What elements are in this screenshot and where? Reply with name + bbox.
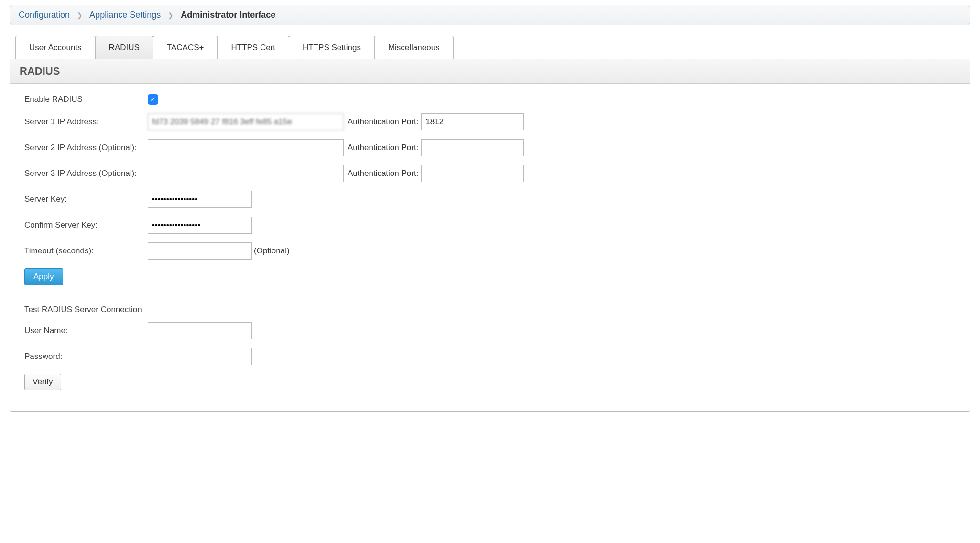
auth-port3-label: Authentication Port:: [348, 169, 418, 178]
breadcrumb-current: Administrator Interface: [181, 10, 275, 20]
server2-ip-input[interactable]: [148, 139, 344, 156]
tab-tacacs[interactable]: TACACS+: [153, 36, 218, 59]
tab-https-cert[interactable]: HTTPS Cert: [217, 36, 289, 59]
tab-bar: User Accounts RADIUS TACACS+ HTTPS Cert …: [15, 36, 970, 59]
auth-port2-label: Authentication Port:: [348, 143, 418, 152]
server1-ip-input[interactable]: [148, 113, 344, 130]
chevron-right-icon: ❯: [168, 11, 174, 19]
breadcrumb-link-configuration[interactable]: Configuration: [19, 10, 70, 20]
server3-ip-input[interactable]: [148, 165, 344, 182]
chevron-right-icon: ❯: [77, 11, 83, 19]
breadcrumb: Configuration ❯ Appliance Settings ❯ Adm…: [10, 5, 970, 25]
server1-label: Server 1 IP Address:: [24, 117, 148, 127]
enable-radius-checkbox[interactable]: ✓: [148, 94, 158, 105]
tab-user-accounts[interactable]: User Accounts: [15, 36, 96, 59]
breadcrumb-link-appliance-settings[interactable]: Appliance Settings: [89, 10, 161, 20]
timeout-label: Timeout (seconds):: [24, 246, 148, 256]
panel-radius: RADIUS Enable RADIUS ✓ Server 1 IP Addre…: [10, 59, 970, 412]
server2-label: Server 2 IP Address (Optional):: [24, 143, 148, 152]
confirm-key-label: Confirm Server Key:: [24, 220, 148, 230]
server-key-input[interactable]: [148, 191, 252, 208]
auth-port2-input[interactable]: [421, 139, 524, 156]
auth-port1-label: Authentication Port:: [348, 117, 418, 127]
test-username-input[interactable]: [148, 322, 252, 339]
tab-radius[interactable]: RADIUS: [95, 36, 153, 59]
auth-port3-input[interactable]: [421, 165, 524, 182]
server3-label: Server 3 IP Address (Optional):: [24, 169, 148, 178]
server-key-label: Server Key:: [24, 195, 148, 204]
divider: [24, 295, 507, 295]
confirm-server-key-input[interactable]: [148, 217, 252, 234]
test-password-label: Password:: [24, 352, 148, 361]
tab-https-settings[interactable]: HTTPS Settings: [289, 36, 375, 59]
tab-miscellaneous[interactable]: Miscellaneous: [374, 36, 454, 59]
apply-button[interactable]: Apply: [24, 268, 63, 285]
enable-radius-label: Enable RADIUS: [24, 95, 148, 104]
timeout-input[interactable]: [148, 242, 252, 260]
check-icon: ✓: [150, 96, 156, 103]
timeout-optional-label: (Optional): [254, 246, 290, 256]
test-connection-header: Test RADIUS Server Connection: [24, 305, 956, 315]
auth-port1-input[interactable]: [421, 113, 524, 130]
test-password-input[interactable]: [148, 348, 252, 365]
panel-title: RADIUS: [10, 59, 970, 84]
test-username-label: User Name:: [24, 326, 148, 336]
verify-button[interactable]: Verify: [24, 374, 61, 390]
